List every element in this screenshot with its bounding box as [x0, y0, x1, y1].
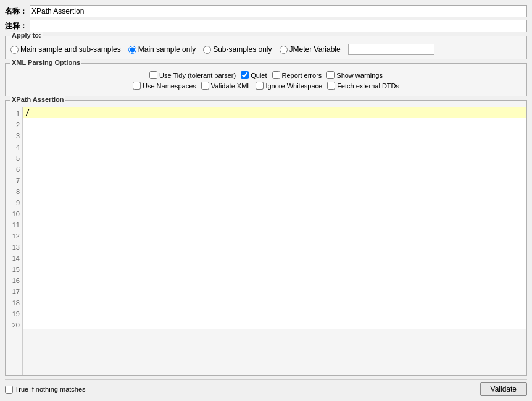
cb-ignore-whitespace[interactable]: Ignore Whitespace	[256, 82, 322, 90]
cb-show-warnings-input[interactable]	[326, 71, 335, 79]
cb-quiet-label: Quiet	[251, 72, 267, 79]
code-line-5	[23, 151, 526, 163]
line-num-5: 5	[6, 153, 22, 164]
cb-use-tidy-input[interactable]	[149, 71, 157, 79]
xml-options-title: XML Parsing Options	[10, 59, 81, 66]
radio-main-sub-input[interactable]	[10, 46, 19, 54]
line-num-10: 10	[6, 208, 22, 219]
code-line-6	[23, 163, 526, 174]
line-num-12: 12	[6, 230, 22, 242]
code-line-17	[23, 285, 526, 296]
name-label: 名称：	[5, 6, 27, 17]
cb-ignore-whitespace-input[interactable]	[256, 82, 264, 90]
apply-to-title: Apply to:	[10, 32, 43, 39]
cb-ignore-whitespace-label: Ignore Whitespace	[265, 82, 322, 90]
radio-sub-only[interactable]: Sub-samples only	[203, 45, 272, 54]
code-line-13	[23, 240, 526, 251]
validate-button[interactable]: Validate	[480, 382, 527, 396]
line-num-4: 4	[6, 141, 22, 153]
cb-fetch-dtds-label: Fetch external DTDs	[337, 82, 399, 90]
xml-options-section: XML Parsing Options Use Tidy (tolerant p…	[5, 63, 527, 96]
cb-use-namespaces-input[interactable]	[133, 82, 141, 90]
line-num-13: 13	[6, 242, 22, 253]
radio-main-only-label: Main sample only	[138, 45, 196, 54]
radio-jmeter-var-input[interactable]	[280, 46, 288, 54]
line-num-15: 15	[6, 264, 22, 275]
line-num-1: 1	[6, 108, 22, 119]
code-lines[interactable]: /	[23, 107, 526, 375]
cb-validate-xml-label: Validate XML	[211, 82, 251, 90]
code-line-11	[23, 218, 526, 229]
cb-validate-xml[interactable]: Validate XML	[201, 82, 251, 90]
code-line-4	[23, 140, 526, 151]
radio-jmeter-var[interactable]: JMeter Variable	[280, 45, 341, 54]
code-line-15	[23, 263, 526, 274]
main-container: 名称： 注释： Apply to: Main sample and sub-sa…	[0, 0, 532, 401]
cb-show-warnings[interactable]: Show warnings	[326, 71, 383, 79]
radio-main-sub-label: Main sample and sub-samples	[20, 45, 121, 54]
code-line-20	[23, 318, 526, 329]
line-numbers: 1 234567891011121314151617181920	[6, 107, 23, 375]
code-line-8	[23, 185, 526, 196]
line-num-14: 14	[6, 253, 22, 264]
line-num-7: 7	[6, 175, 22, 186]
line-num-3: 3	[6, 130, 22, 141]
code-line-12	[23, 229, 526, 240]
bottom-bar: True if nothing matches Validate	[5, 379, 527, 396]
code-line-19	[23, 307, 526, 318]
xml-row2: Use Namespaces Validate XML Ignore White…	[10, 82, 522, 90]
jmeter-var-field[interactable]	[348, 44, 434, 55]
radio-sub-only-label: Sub-samples only	[213, 45, 272, 54]
radio-main-only-input[interactable]	[128, 46, 136, 54]
name-input[interactable]	[30, 5, 527, 17]
line-num-17: 17	[6, 286, 22, 297]
cb-true-if-nothing-input[interactable]	[5, 386, 13, 394]
line-num-18: 18	[6, 297, 22, 308]
xml-row1: Use Tidy (tolerant parser) Quiet Report …	[10, 71, 522, 79]
code-line-3	[23, 129, 526, 140]
cb-quiet-input[interactable]	[241, 71, 249, 79]
comment-label: 注释：	[5, 21, 27, 32]
name-row: 名称：	[5, 5, 527, 17]
apply-to-section: Apply to: Main sample and sub-samples Ma…	[5, 36, 527, 59]
apply-to-options: Main sample and sub-samples Main sample …	[10, 44, 522, 55]
cb-report-errors-label: Report errors	[282, 72, 322, 79]
cb-use-tidy-label: Use Tidy (tolerant parser)	[159, 72, 236, 79]
line-num-8: 8	[6, 186, 22, 197]
code-line-14	[23, 251, 526, 263]
cb-validate-xml-input[interactable]	[201, 82, 209, 90]
comment-row: 注释：	[5, 20, 527, 32]
line-num-9: 9	[6, 197, 22, 208]
bottom-left: True if nothing matches	[5, 386, 86, 394]
line-num-2: 2	[6, 119, 22, 130]
code-line-1: /	[23, 107, 526, 118]
line-num-11: 11	[6, 219, 22, 230]
cb-report-errors-input[interactable]	[272, 71, 280, 79]
cb-show-warnings-label: Show warnings	[336, 72, 383, 79]
cb-true-if-nothing[interactable]: True if nothing matches	[5, 386, 86, 394]
cb-fetch-dtds-input[interactable]	[327, 82, 335, 90]
cb-true-if-nothing-label: True if nothing matches	[15, 386, 86, 393]
line-num-19: 19	[6, 308, 22, 319]
radio-jmeter-var-label: JMeter Variable	[289, 45, 341, 54]
radio-main-only[interactable]: Main sample only	[128, 45, 196, 54]
cb-fetch-dtds[interactable]: Fetch external DTDs	[327, 82, 399, 90]
code-line-10	[23, 207, 526, 218]
code-line-9	[23, 196, 526, 207]
radio-main-sub[interactable]: Main sample and sub-samples	[10, 45, 121, 54]
xpath-assertion-section: XPath Assertion 1 2345678910111213141516…	[5, 100, 527, 376]
line-num-16: 16	[6, 275, 22, 286]
cb-use-tidy[interactable]: Use Tidy (tolerant parser)	[149, 71, 236, 79]
cb-use-namespaces[interactable]: Use Namespaces	[133, 82, 196, 90]
code-line-16	[23, 274, 526, 285]
line-num-20: 20	[6, 319, 22, 331]
line-num-6: 6	[6, 164, 22, 175]
radio-sub-only-input[interactable]	[203, 46, 211, 54]
cb-report-errors[interactable]: Report errors	[272, 71, 322, 79]
code-line-7	[23, 174, 526, 185]
cb-use-namespaces-label: Use Namespaces	[143, 82, 196, 90]
code-line-18	[23, 296, 526, 307]
cb-quiet[interactable]: Quiet	[241, 71, 267, 79]
comment-input[interactable]	[30, 20, 527, 32]
code-line-2	[23, 118, 526, 129]
